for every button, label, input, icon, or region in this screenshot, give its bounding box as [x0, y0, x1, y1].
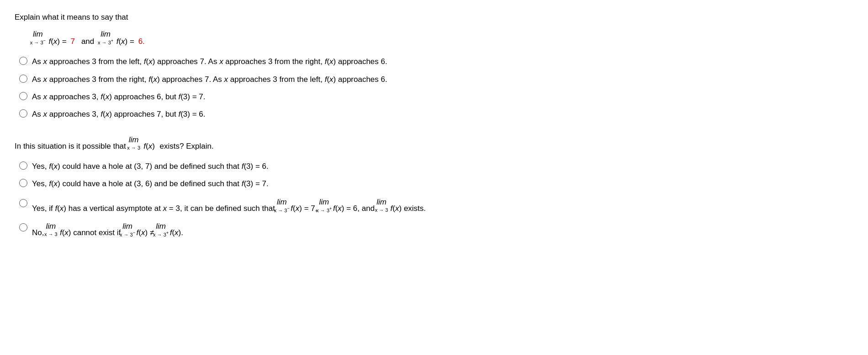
- q2-radio2[interactable]: [19, 179, 27, 187]
- q1-radio1[interactable]: [19, 57, 27, 65]
- limit-expression-row: lim x → 3− f(x) = 7 and lim x → 3+ f(x) …: [15, 28, 853, 48]
- q2-opt4-lim-main-sub: x → 3: [44, 231, 58, 239]
- q2-radio4[interactable]: [19, 223, 27, 231]
- q2-opt4-func-a: f(x) ≠: [134, 226, 154, 239]
- q2-option4-content: No, lim x → 3 f(x) cannot exist if lim x…: [32, 220, 183, 239]
- q2-opt4-lim-b-sub: x → 3+: [153, 230, 169, 239]
- q2-opt3-lim1: lim x → 3−: [277, 196, 287, 208]
- q2-lim-sub: x → 3: [127, 144, 140, 152]
- q2-opt4-text-mid: f(x) cannot exist if: [58, 226, 121, 239]
- q2-intro-after: exists? Explain.: [160, 140, 214, 152]
- q2-lim-func: f(x): [142, 140, 157, 152]
- and-text: and: [81, 35, 94, 48]
- q1-option3: As x approaches 3, f(x) approaches 6, bu…: [19, 91, 853, 103]
- q2-opt3-lim2: lim x → 3+: [319, 196, 329, 208]
- q2-opt3-lim3: lim x → 3: [376, 196, 386, 208]
- q1-options: As x approaches 3 from the left, f(x) ap…: [19, 56, 853, 120]
- limit2-block: lim x → 3+: [101, 28, 111, 40]
- q1-option1: As x approaches 3 from the left, f(x) ap…: [19, 56, 853, 68]
- q2-opt3-val3: f(x) exists.: [388, 202, 426, 215]
- page-container: Explain what it means to say that lim x …: [15, 11, 853, 239]
- limit1-block: lim x → 3−: [33, 28, 43, 40]
- lim1-func: f(x) =: [47, 35, 69, 48]
- lim2-subscript: x → 3+: [98, 38, 113, 47]
- q2-radio1[interactable]: [19, 161, 27, 170]
- lim1-value: 7: [70, 35, 74, 48]
- q2-opt4-lim-main: lim x → 3: [46, 220, 56, 232]
- q2-options: Yes, f(x) could have a hole at (3, 7) an…: [19, 161, 853, 239]
- q1-option1-text: As x approaches 3 from the left, f(x) ap…: [32, 56, 387, 68]
- q2-opt4-lim-b: lim x → 3+: [156, 220, 166, 232]
- q1-option4-text: As x approaches 3, f(x) approaches 7, bu…: [32, 108, 205, 120]
- q2-option2-text: Yes, f(x) could have a hole at (3, 6) an…: [32, 178, 269, 190]
- q1-radio3[interactable]: [19, 92, 27, 100]
- q2-intro-before: In this situation is it possible that: [15, 140, 126, 152]
- q2-opt4-lim-a: lim x → 3−: [122, 220, 132, 232]
- q2-option1-text: Yes, f(x) could have a hole at (3, 7) an…: [32, 161, 269, 172]
- q2-option4: No, lim x → 3 f(x) cannot exist if lim x…: [19, 220, 853, 239]
- question1: Explain what it means to say that lim x …: [15, 11, 853, 121]
- q2-option1: Yes, f(x) could have a hole at (3, 7) an…: [19, 161, 853, 172]
- q1-intro: Explain what it means to say that: [15, 11, 853, 23]
- q2-opt3-lim2-sub: x → 3+: [316, 205, 332, 215]
- q2-intro-line: In this situation is it possible that li…: [15, 134, 853, 152]
- q1-radio2[interactable]: [19, 75, 27, 83]
- q1-option4: As x approaches 3, f(x) approaches 7, bu…: [19, 108, 853, 120]
- q2-option3: Yes, if f(x) has a vertical asymptote at…: [19, 196, 853, 215]
- q2-opt4-no: No,: [32, 226, 44, 239]
- q2-opt4-lim-a-sub: x → 3−: [120, 230, 135, 239]
- q1-option2-text: As x approaches 3 from the right, f(x) a…: [32, 74, 387, 86]
- lim2-value: 6.: [138, 35, 145, 48]
- q2-opt3-val2: f(x) = 6, and: [331, 202, 375, 215]
- q2-option2: Yes, f(x) could have a hole at (3, 6) an…: [19, 178, 853, 190]
- q1-option3-text: As x approaches 3, f(x) approaches 6, bu…: [32, 91, 205, 103]
- q1-option2: As x approaches 3 from the right, f(x) a…: [19, 74, 853, 86]
- lim1-subscript: x → 3−: [30, 38, 46, 47]
- lim2-func: f(x) =: [114, 35, 137, 48]
- question2: In this situation is it possible that li…: [15, 134, 853, 239]
- q2-radio3[interactable]: [19, 199, 27, 207]
- q2-opt3-val1: f(x) = 7,: [289, 202, 318, 215]
- q2-opt3-before: Yes, if f(x) has a vertical asymptote at…: [32, 202, 275, 215]
- q2-opt3-lim1-sub: x → 3−: [274, 205, 290, 215]
- q2-opt3-lim3-sub: x → 3: [375, 206, 388, 215]
- q1-radio4[interactable]: [19, 109, 27, 118]
- q2-option3-content: Yes, if f(x) has a vertical asymptote at…: [32, 196, 426, 215]
- q2-lim-block: lim x → 3: [129, 134, 139, 146]
- q2-opt4-func-b: f(x).: [168, 226, 183, 239]
